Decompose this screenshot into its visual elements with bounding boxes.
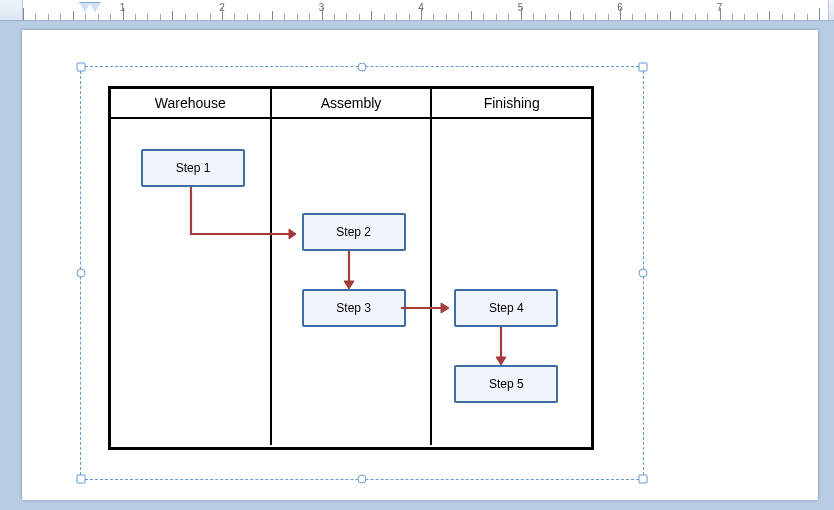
resize-handle[interactable]: [358, 475, 367, 484]
lane-header-finishing[interactable]: Finishing: [432, 89, 591, 117]
swimlane-container[interactable]: Warehouse Assembly Finishing Step 1 Step…: [108, 86, 594, 450]
resize-handle[interactable]: [358, 63, 367, 72]
indent-marker-icon[interactable]: [89, 2, 101, 12]
resize-handle[interactable]: [77, 269, 86, 278]
step-box-5[interactable]: Step 5: [454, 365, 558, 403]
resize-handle[interactable]: [639, 475, 648, 484]
lane-body-row: Step 1 Step 2 Step 3 Step 4 Step 5: [111, 119, 591, 445]
lane-header-assembly[interactable]: Assembly: [272, 89, 433, 117]
step-box-3[interactable]: Step 3: [302, 289, 406, 327]
resize-handle[interactable]: [639, 63, 648, 72]
resize-handle[interactable]: [77, 63, 86, 72]
lane-body-finishing: Step 4 Step 5: [432, 119, 591, 445]
lane-body-assembly: Step 2 Step 3: [272, 119, 433, 445]
step-box-1[interactable]: Step 1: [141, 149, 245, 187]
resize-handle[interactable]: [77, 475, 86, 484]
step-box-4[interactable]: Step 4: [454, 289, 558, 327]
lane-header-row: Warehouse Assembly Finishing: [111, 89, 591, 119]
resize-handle[interactable]: [639, 269, 648, 278]
lane-body-warehouse: Step 1: [111, 119, 272, 445]
step-box-2[interactable]: Step 2: [302, 213, 406, 251]
document-page: Warehouse Assembly Finishing Step 1 Step…: [22, 30, 818, 500]
horizontal-ruler: 1234567: [0, 0, 834, 21]
ruler-track: 1234567: [22, 0, 829, 20]
lane-header-warehouse[interactable]: Warehouse: [111, 89, 272, 117]
indent-marker-icon[interactable]: [79, 2, 91, 12]
